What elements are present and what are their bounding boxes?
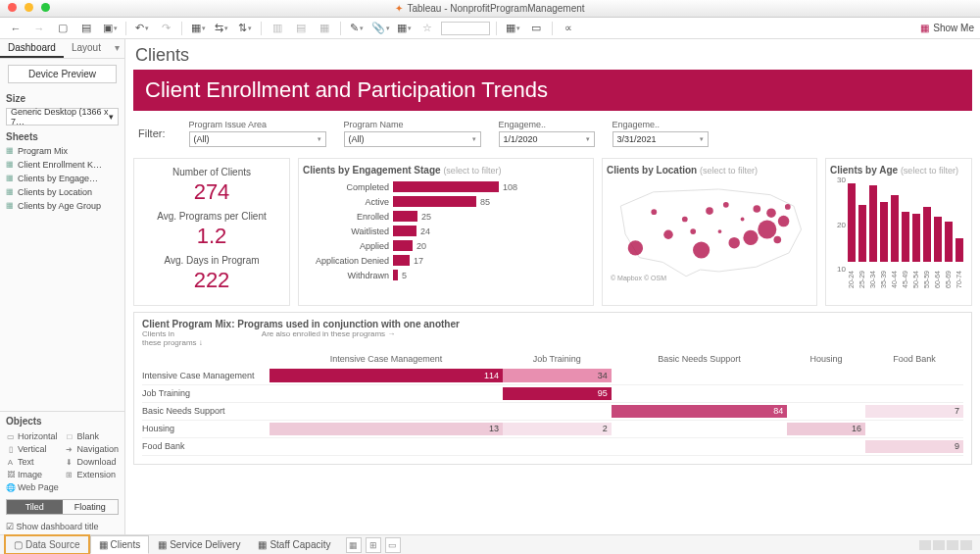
engagement-row[interactable]: Applied20 (305, 238, 587, 253)
object-item[interactable]: ▯Vertical (4, 443, 61, 455)
age-bar[interactable]: 50-54 (912, 214, 920, 283)
highlight-icon[interactable]: ✎ (347, 20, 367, 37)
layout-toggle[interactable]: Tiled Floating (6, 499, 119, 515)
color-picker[interactable] (441, 22, 490, 35)
map-bubble[interactable] (693, 241, 710, 258)
object-item[interactable]: AText (4, 456, 61, 468)
abc-icon[interactable]: ▦ (315, 20, 334, 37)
undo-icon[interactable]: ↶ (132, 20, 152, 37)
mix-cell[interactable]: 34 (503, 367, 612, 384)
filter-select[interactable]: 3/31/2021 (612, 131, 709, 147)
mix-cell[interactable]: 84 (612, 402, 788, 420)
close-dot[interactable] (8, 3, 17, 12)
share-icon[interactable]: ∝ (559, 20, 578, 37)
floating-button[interactable]: Floating (63, 500, 119, 514)
age-bar[interactable]: 25-29 (858, 205, 866, 283)
worksheet-icon[interactable]: ▦ (188, 20, 208, 37)
mix-cell[interactable]: 9 (865, 437, 963, 455)
age-bar[interactable]: 60-64 (934, 217, 942, 283)
map-bubble[interactable] (706, 207, 713, 215)
age-bar[interactable]: 35-39 (880, 202, 888, 283)
save-icon[interactable]: ▢ (53, 20, 73, 37)
engagement-row[interactable]: Waitlisted24 (305, 224, 587, 238)
age-bar[interactable]: 30-34 (869, 185, 877, 283)
sheet-item[interactable]: Clients by Engage… (0, 172, 124, 185)
show-title-checkbox[interactable]: ☑ Show dashboard title (0, 519, 124, 534)
map-bubble[interactable] (682, 217, 688, 223)
age-bar[interactable]: 70-74 (956, 238, 963, 283)
sheet-item[interactable]: Client Enrollment K… (0, 158, 124, 172)
mix-cell[interactable]: 13 (270, 420, 503, 437)
engagement-row[interactable]: Enrolled25 (305, 209, 587, 224)
engagement-row[interactable]: Withdrawn5 (305, 268, 587, 282)
device-preview-button[interactable]: Device Preview (8, 65, 117, 83)
filter-select[interactable]: (All) (189, 131, 326, 147)
map-bubble[interactable] (628, 240, 643, 255)
sidebar-menu-icon[interactable]: ▾ (109, 39, 125, 58)
object-item[interactable]: □Blank (63, 430, 121, 442)
mix-cell[interactable]: 114 (270, 367, 503, 384)
age-panel[interactable]: Clients by Age (select to filter) 302010… (825, 158, 972, 306)
mix-cell[interactable]: 95 (503, 384, 612, 402)
tab-layout[interactable]: Layout (64, 39, 109, 58)
map-bubble[interactable] (753, 205, 760, 213)
tab-dashboard[interactable]: Dashboard (0, 39, 64, 58)
tab-clients[interactable]: ▦ Clients (90, 535, 150, 554)
forward-button[interactable]: → (29, 20, 49, 37)
redo-icon[interactable]: ↷ (156, 20, 175, 37)
map-bubble[interactable] (758, 220, 776, 238)
object-item[interactable]: 🖼Image (4, 469, 61, 480)
age-bar[interactable]: 40-44 (891, 195, 899, 283)
sheet-item[interactable]: Clients by Location (0, 185, 124, 199)
map-bubble[interactable] (718, 229, 722, 233)
map-bubble[interactable] (651, 209, 657, 215)
swap-icon[interactable]: ⇆ (212, 20, 231, 37)
age-bar[interactable]: 55-59 (923, 207, 931, 283)
mix-cell[interactable]: 16 (787, 420, 865, 437)
sheet-item[interactable]: Clients by Age Group (0, 199, 124, 213)
sheet-item[interactable]: Program Mix (0, 144, 124, 158)
us-map[interactable] (607, 176, 812, 283)
connect-icon[interactable]: ▣ (100, 20, 120, 37)
new-worksheet-icon[interactable]: ▦ (346, 537, 362, 553)
view-mode-icons[interactable] (919, 540, 976, 550)
presentation-icon[interactable]: ▭ (526, 20, 546, 37)
age-bar[interactable]: 65-69 (945, 222, 953, 283)
engagement-row[interactable]: Application Denied17 (305, 253, 587, 268)
group-icon[interactable]: ▥ (268, 20, 287, 37)
map-bubble[interactable] (778, 216, 789, 227)
object-item[interactable]: ▭Horizontal (4, 430, 61, 442)
mix-cell[interactable]: 2 (503, 420, 612, 437)
map-bubble[interactable] (723, 202, 729, 208)
fit-icon[interactable]: ▦ (503, 20, 522, 37)
new-sheet-icon[interactable]: ▤ (76, 20, 96, 37)
map-bubble[interactable] (663, 229, 673, 239)
mix-cell[interactable]: 7 (865, 402, 963, 420)
tiled-button[interactable]: Tiled (7, 500, 63, 514)
sort-icon[interactable]: ⇅ (235, 20, 255, 37)
map-bubble[interactable] (785, 204, 791, 210)
tab-service-delivery[interactable]: ▦ Service Delivery (149, 535, 249, 554)
filter-select[interactable]: (All) (344, 131, 481, 147)
map-bubble[interactable] (743, 230, 758, 245)
size-select[interactable]: Generic Desktop (1366 x 7…▾ (6, 108, 119, 126)
grid-icon[interactable]: ▦ (394, 20, 414, 37)
program-mix-panel[interactable]: Client Program Mix: Programs used in con… (133, 312, 972, 465)
tab-staff-capacity[interactable]: ▦ Staff Capacity (249, 535, 339, 554)
location-panel[interactable]: Clients by Location (select to filter) ©… (602, 158, 817, 306)
totals-icon[interactable]: ▤ (291, 20, 311, 37)
object-item[interactable]: ➜Navigation (63, 443, 121, 455)
back-button[interactable]: ← (6, 20, 25, 37)
tab-data-source[interactable]: ▢ Data Source (4, 534, 90, 554)
new-story-icon[interactable]: ▭ (385, 537, 401, 553)
object-item[interactable]: ⬇Download (63, 456, 121, 468)
map-bubble[interactable] (690, 228, 696, 234)
engagement-row[interactable]: Active85 (305, 194, 587, 209)
map-bubble[interactable] (766, 208, 776, 218)
engagement-panel[interactable]: Clients by Engagement Stage (select to f… (298, 158, 594, 306)
filter-select[interactable]: 1/1/2020 (499, 131, 595, 147)
zoom-dot[interactable] (41, 3, 50, 12)
window-controls[interactable] (8, 3, 55, 14)
star-icon[interactable]: ☆ (417, 20, 437, 37)
age-bar[interactable]: 45-49 (902, 212, 909, 283)
